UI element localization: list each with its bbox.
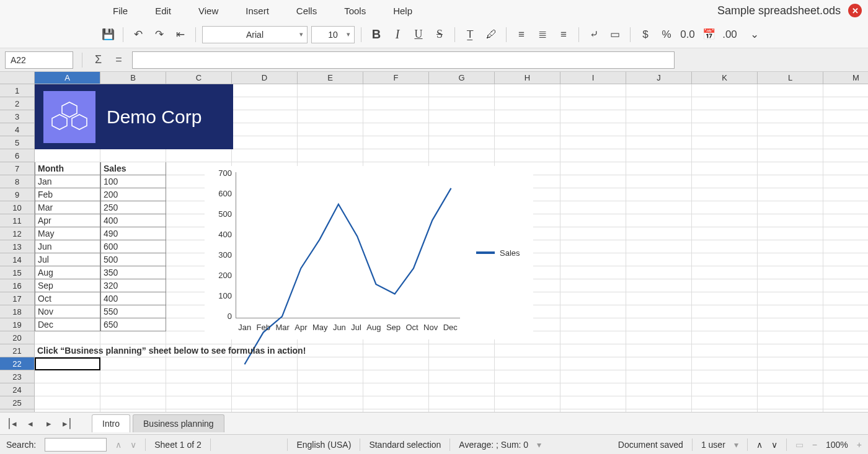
row-header-26[interactable]: 26	[0, 409, 35, 412]
cell-E4[interactable]	[298, 123, 363, 136]
sheet-nav-first-icon[interactable]: ⎮◂	[4, 418, 20, 429]
cell-L11[interactable]	[758, 214, 823, 227]
sheet-nav-next-icon[interactable]: ▸	[41, 418, 57, 429]
cell-H25[interactable]	[495, 396, 560, 409]
cell-B15[interactable]: 350	[100, 266, 166, 279]
cell-B9[interactable]: 200	[100, 188, 166, 201]
cell-A8[interactable]: Jan	[35, 175, 100, 188]
cell-J1[interactable]	[626, 84, 692, 97]
cell-K9[interactable]	[692, 188, 758, 201]
row-header-16[interactable]: 16	[0, 279, 35, 292]
cell-M7[interactable]	[823, 162, 868, 175]
currency-icon[interactable]: $	[637, 26, 654, 43]
cell-H3[interactable]	[495, 110, 560, 123]
decimal-fixed-icon[interactable]: 0.0	[679, 26, 696, 43]
align-center-icon[interactable]: ≣	[534, 26, 551, 43]
cell-L3[interactable]	[758, 110, 823, 123]
cell-M1[interactable]	[823, 84, 868, 97]
redo-icon[interactable]: ↷	[151, 26, 168, 43]
move-up-icon[interactable]: ∧	[756, 440, 763, 450]
cell-A6[interactable]	[35, 149, 100, 162]
cell-I24[interactable]	[560, 383, 626, 396]
cell-H21[interactable]	[495, 344, 560, 357]
row-header-11[interactable]: 11	[0, 214, 35, 227]
cell-J3[interactable]	[626, 110, 692, 123]
cell-A26[interactable]	[35, 409, 100, 412]
font-name-select[interactable]: Arial	[202, 26, 308, 43]
percent-icon[interactable]: %	[658, 26, 675, 43]
menu-file[interactable]: File	[99, 2, 141, 20]
user-dropdown-icon[interactable]: ▾	[734, 440, 738, 450]
cell-B22[interactable]	[100, 357, 166, 370]
cell-A15[interactable]: Aug	[35, 266, 100, 279]
cell-L22[interactable]	[758, 357, 823, 370]
row-header-3[interactable]: 3	[0, 110, 35, 123]
col-header-I[interactable]: I	[560, 72, 626, 84]
cell-F6[interactable]	[363, 149, 429, 162]
cell-B6[interactable]	[100, 149, 166, 162]
cell-C24[interactable]	[166, 383, 232, 396]
equals-icon[interactable]: =	[112, 53, 126, 66]
cell-J4[interactable]	[626, 123, 692, 136]
cell-A21[interactable]: Click “Business planning” sheet below to…	[35, 344, 100, 357]
cell-L1[interactable]	[758, 84, 823, 97]
cell-M25[interactable]	[823, 396, 868, 409]
cell-L2[interactable]	[758, 97, 823, 110]
cell-C6[interactable]	[166, 149, 232, 162]
cell-B14[interactable]: 500	[100, 253, 166, 266]
cell-L20[interactable]	[758, 331, 823, 344]
cell-M2[interactable]	[823, 97, 868, 110]
cell-G3[interactable]	[429, 110, 495, 123]
cell-J16[interactable]	[626, 279, 692, 292]
date-format-icon[interactable]: 📅	[700, 26, 717, 43]
italic-button[interactable]: I	[389, 26, 406, 43]
cell-A11[interactable]: Apr	[35, 214, 100, 227]
zoom-in-icon[interactable]: +	[857, 440, 862, 450]
cell-L18[interactable]	[758, 305, 823, 318]
cell-L13[interactable]	[758, 240, 823, 253]
col-header-C[interactable]: C	[166, 72, 232, 84]
row-headers[interactable]: 1234567891011121314151617181920212223242…	[0, 84, 35, 412]
font-color-icon[interactable]: T̲	[461, 26, 479, 43]
cell-M5[interactable]	[823, 136, 868, 149]
cell-M14[interactable]	[823, 253, 868, 266]
cell-J6[interactable]	[626, 149, 692, 162]
cell-K14[interactable]	[692, 253, 758, 266]
cell-J25[interactable]	[626, 396, 692, 409]
menu-view[interactable]: View	[185, 2, 232, 20]
cell-I21[interactable]	[560, 344, 626, 357]
row-header-12[interactable]: 12	[0, 227, 35, 240]
row-header-22[interactable]: 22	[0, 357, 35, 370]
cell-J15[interactable]	[626, 266, 692, 279]
cell-C23[interactable]	[166, 370, 232, 383]
cell-J2[interactable]	[626, 97, 692, 110]
row-header-17[interactable]: 17	[0, 292, 35, 305]
row-header-19[interactable]: 19	[0, 318, 35, 331]
cell-B18[interactable]: 550	[100, 305, 166, 318]
cell-I5[interactable]	[560, 136, 626, 149]
cell-I3[interactable]	[560, 110, 626, 123]
cell-I11[interactable]	[560, 214, 626, 227]
cell-J11[interactable]	[626, 214, 692, 227]
cell-J10[interactable]	[626, 201, 692, 214]
cell-K5[interactable]	[692, 136, 758, 149]
close-icon[interactable]: ✕	[848, 4, 862, 17]
cell-L24[interactable]	[758, 383, 823, 396]
cell-K25[interactable]	[692, 396, 758, 409]
row-header-4[interactable]: 4	[0, 123, 35, 136]
cell-C26[interactable]	[166, 409, 232, 412]
cell-J24[interactable]	[626, 383, 692, 396]
cell-M15[interactable]	[823, 266, 868, 279]
cell-M20[interactable]	[823, 331, 868, 344]
cell-I16[interactable]	[560, 279, 626, 292]
search-input[interactable]	[45, 438, 107, 452]
cell-F25[interactable]	[363, 396, 429, 409]
row-header-9[interactable]: 9	[0, 188, 35, 201]
cell-K13[interactable]	[692, 240, 758, 253]
wrap-text-icon[interactable]: ⤶	[585, 26, 603, 43]
cell-H24[interactable]	[495, 383, 560, 396]
cell-B26[interactable]	[100, 409, 166, 412]
cell-J18[interactable]	[626, 305, 692, 318]
zoom-slider-icon[interactable]: ▭	[795, 440, 804, 450]
cell-I25[interactable]	[560, 396, 626, 409]
